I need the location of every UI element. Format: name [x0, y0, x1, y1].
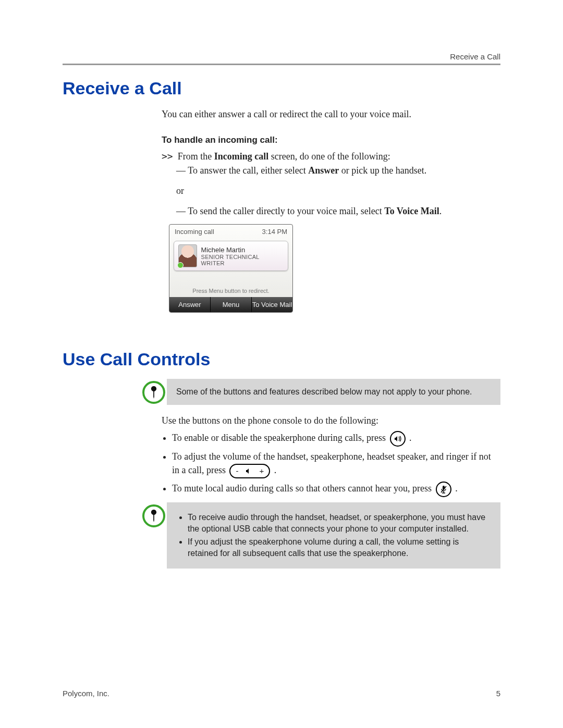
- dash-icon: —: [176, 165, 186, 176]
- caller-name: Michele Martin: [201, 246, 284, 254]
- opt1-bold: Answer: [308, 165, 339, 176]
- tip-pin-icon: [141, 502, 167, 527]
- option-answer: — To answer the call, either select Answ…: [176, 165, 500, 176]
- step-pre: From the: [178, 151, 214, 162]
- heading-receive-a-call: Receive a Call: [63, 78, 500, 98]
- note-2-box: To receive audio through the handset, he…: [167, 502, 500, 568]
- controls-intro: Use the buttons on the phone console to …: [162, 414, 500, 427]
- step-line: >> From the Incoming call screen, do one…: [162, 151, 500, 162]
- note-1-text: Some of the buttons and features describ…: [167, 379, 500, 405]
- opt1-post: or pick up the handset.: [339, 165, 426, 176]
- tip-pin-icon: [141, 379, 167, 404]
- caller-info: Michele Martin SENIOR TECHNICAL WRITER: [201, 246, 284, 266]
- dash-icon: —: [176, 206, 186, 217]
- speakerphone-button-icon: [390, 431, 406, 447]
- b1-post: .: [409, 433, 412, 443]
- phone-screenshot: Incoming call 3:14 PM Michele Martin SEN…: [169, 224, 293, 313]
- softkey-answer[interactable]: Answer: [169, 297, 211, 312]
- note-2-item-usb: To receive audio through the handset, he…: [188, 512, 491, 534]
- volume-plus: +: [259, 465, 264, 477]
- opt2-post: .: [439, 206, 442, 216]
- intro-text: You can either answer a call or redirect…: [162, 108, 500, 120]
- b2-pre: To adjust the volume of the handset, spe…: [172, 451, 491, 475]
- step-arrows: >>: [162, 151, 173, 162]
- softkey-to-voice-mail[interactable]: To Voice Mail: [252, 297, 292, 312]
- caller-title: SENIOR TECHNICAL WRITER: [201, 254, 284, 266]
- phone-time: 3:14 PM: [262, 228, 287, 236]
- note-1: Some of the buttons and features describ…: [141, 379, 500, 405]
- note-2: To receive audio through the handset, he…: [141, 502, 500, 568]
- b1-pre: To enable or disable the speakerphone du…: [172, 433, 388, 443]
- bullet-volume: To adjust the volume of the handset, spe…: [172, 450, 500, 478]
- softkey-bar: Answer Menu To Voice Mail: [169, 297, 292, 312]
- header-rule: [63, 64, 500, 65]
- volume-speaker-glyph-icon: [246, 468, 252, 474]
- volume-rocker-icon: - +: [229, 464, 270, 478]
- option-voicemail: — To send the caller directly to your vo…: [176, 206, 500, 217]
- running-header: Receive a Call: [450, 52, 500, 61]
- step-bold: Incoming call: [214, 151, 269, 162]
- softkey-menu[interactable]: Menu: [211, 297, 252, 312]
- opt2-bold: To Voice Mail: [384, 206, 439, 216]
- bullet-speakerphone: To enable or disable the speakerphone du…: [172, 431, 500, 447]
- page: Receive a Call Receive a Call You can ei…: [0, 0, 563, 728]
- b3-pre: To mute local audio during calls so that…: [172, 483, 434, 493]
- heading-use-call-controls: Use Call Controls: [63, 349, 500, 369]
- presence-dot-icon: [177, 262, 183, 268]
- mute-button-icon: [436, 482, 451, 497]
- b2-post: .: [274, 465, 277, 475]
- footer-page-number: 5: [496, 689, 500, 698]
- opt1-pre: To answer the call, either select: [188, 165, 308, 176]
- b3-post: .: [455, 483, 458, 493]
- caller-avatar: [178, 244, 197, 267]
- redirect-hint: Press Menu button to redirect.: [169, 274, 292, 297]
- subhead-handle-call: To handle an incoming call:: [162, 135, 500, 145]
- footer-company: Polycom, Inc.: [63, 689, 109, 698]
- opt2-pre: To send the caller directly to your voic…: [188, 206, 384, 216]
- section1-body: You can either answer a call or redirect…: [162, 108, 500, 313]
- option-or: or: [176, 186, 500, 196]
- note-2-item-volume: If you adjust the speakerphone volume du…: [188, 536, 491, 559]
- caller-card: Michele Martin SENIOR TECHNICAL WRITER: [174, 241, 288, 271]
- section2-body: Use the buttons on the phone console to …: [162, 414, 500, 497]
- phone-titlebar: Incoming call 3:14 PM: [169, 225, 292, 238]
- volume-minus: -: [236, 465, 238, 477]
- phone-title: Incoming call: [175, 228, 214, 236]
- page-footer: Polycom, Inc. 5: [63, 689, 500, 698]
- bullet-mute: To mute local audio during calls so that…: [172, 482, 500, 497]
- step-post: screen, do one of the following:: [268, 151, 390, 162]
